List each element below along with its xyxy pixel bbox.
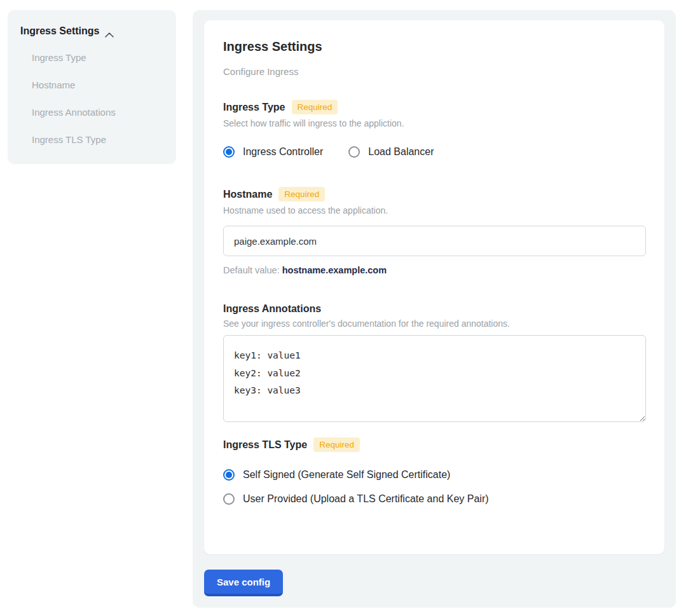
page-subtitle: Configure Ingress [223,66,645,77]
sidebar-item-ingress-type[interactable]: Ingress Type [32,52,163,63]
radio-label-self-signed: Self Signed (Generate Self Signed Certif… [243,469,450,481]
required-badge: Required [278,187,325,202]
required-badge: Required [292,100,338,114]
hostname-label: Hostname [223,189,272,200]
hostname-default-prefix: Default value: [223,265,282,275]
required-badge: Required [313,437,360,452]
radio-option-self-signed[interactable]: Self Signed (Generate Self Signed Certif… [223,469,645,481]
page-layout: Ingress Settings Ingress Type Hostname I… [0,0,693,616]
save-config-button[interactable]: Save config [204,570,283,596]
field-hostname: Hostname Required Hostname used to acces… [223,187,645,275]
radio-label-ingress-controller: Ingress Controller [243,146,323,158]
ingress-type-options: Ingress Controller Load Balancer [223,146,645,158]
radio-button-load-balancer[interactable] [348,146,360,158]
ingress-annotations-help: See your ingress controller's documentat… [223,318,645,329]
sidebar-header-label: Ingress Settings [20,25,99,37]
radio-option-user-provided[interactable]: User Provided (Upload a TLS Certificate … [223,493,645,505]
sidebar-item-hostname[interactable]: Hostname [32,79,163,90]
sidebar-item-ingress-annotations[interactable]: Ingress Annotations [32,107,163,118]
radio-option-ingress-controller[interactable]: Ingress Controller [223,146,323,158]
ingress-settings-panel: Ingress Settings Configure Ingress Ingre… [193,10,676,608]
radio-option-load-balancer[interactable]: Load Balancer [348,146,434,158]
ingress-tls-type-options: Self Signed (Generate Self Signed Certif… [223,469,645,505]
ingress-tls-type-label: Ingress TLS Type [223,439,307,451]
ingress-annotations-textarea[interactable]: key1: value1 key2: value2 key3: value3 [223,335,646,422]
ingress-annotations-label: Ingress Annotations [223,303,321,315]
hostname-default-line: Default value: hostname.example.com [223,265,645,275]
field-ingress-annotations: Ingress Annotations See your ingress con… [223,303,645,422]
ingress-type-help: Select how traffic will ingress to the a… [223,118,645,128]
field-ingress-type: Ingress Type Required Select how traffic… [223,100,645,158]
radio-button-user-provided[interactable] [223,493,235,505]
hostname-default-value: hostname.example.com [282,265,387,275]
sidebar-header-ingress-settings[interactable]: Ingress Settings [20,25,163,37]
ingress-settings-card: Ingress Settings Configure Ingress Ingre… [204,20,664,554]
radio-button-ingress-controller[interactable] [223,146,235,158]
ingress-type-label: Ingress Type [223,102,285,113]
sidebar-item-list: Ingress Type Hostname Ingress Annotation… [20,52,163,145]
radio-button-self-signed[interactable] [223,469,235,481]
chevron-up-icon [105,29,114,34]
hostname-input[interactable] [223,226,646,256]
page-title: Ingress Settings [223,39,645,54]
hostname-help: Hostname used to access the application. [223,205,645,216]
ingress-settings-sidebar: Ingress Settings Ingress Type Hostname I… [8,10,176,164]
sidebar-item-ingress-tls-type[interactable]: Ingress TLS Type [32,134,163,145]
field-ingress-tls-type: Ingress TLS Type Required Self Signed (G… [223,437,645,505]
radio-label-load-balancer: Load Balancer [368,146,434,158]
radio-label-user-provided: User Provided (Upload a TLS Certificate … [243,493,489,505]
